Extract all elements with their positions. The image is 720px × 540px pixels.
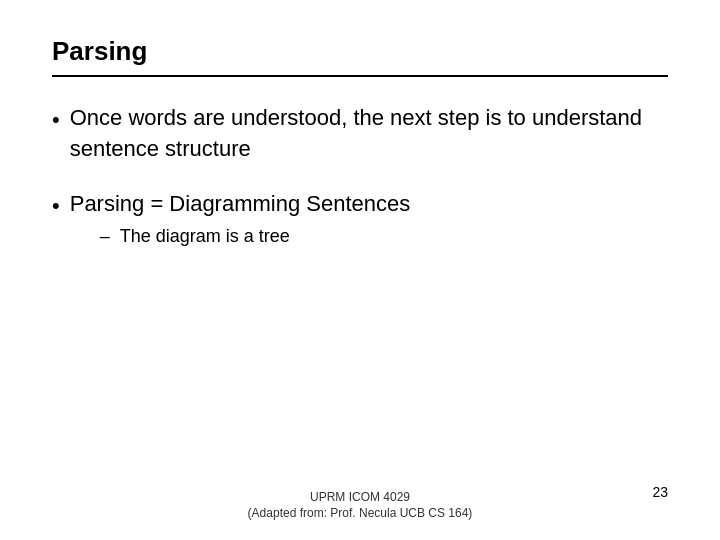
bullet-2-content: Parsing = Diagramming Sentences – The di… <box>70 189 411 251</box>
sub-bullet-item-1: – The diagram is a tree <box>100 223 411 250</box>
bullet-text-1: Once words are understood, the next step… <box>70 103 668 165</box>
slide-container: Parsing • Once words are understood, the… <box>0 0 720 540</box>
bullet-item-1: • Once words are understood, the next st… <box>52 103 668 165</box>
page-number: 23 <box>652 484 668 500</box>
footer-center: UPRM ICOM 4029 (Adapted from: Prof. Necu… <box>248 490 473 520</box>
footer: UPRM ICOM 4029 (Adapted from: Prof. Necu… <box>0 490 720 520</box>
bullet-dot-1: • <box>52 105 60 136</box>
sub-bullet-dash-1: – <box>100 223 110 250</box>
bullet-dot-2: • <box>52 191 60 222</box>
footer-line1: UPRM ICOM 4029 <box>310 490 410 504</box>
title-section: Parsing <box>52 36 668 97</box>
slide-title: Parsing <box>52 36 668 67</box>
sub-bullet-text-1: The diagram is a tree <box>120 223 290 250</box>
bullet-text-2: Parsing = Diagramming Sentences <box>70 191 411 216</box>
bullet-item-2: • Parsing = Diagramming Sentences – The … <box>52 189 668 251</box>
content-section: • Once words are understood, the next st… <box>52 103 668 510</box>
title-divider <box>52 75 668 77</box>
footer-line2: (Adapted from: Prof. Necula UCB CS 164) <box>248 506 473 520</box>
